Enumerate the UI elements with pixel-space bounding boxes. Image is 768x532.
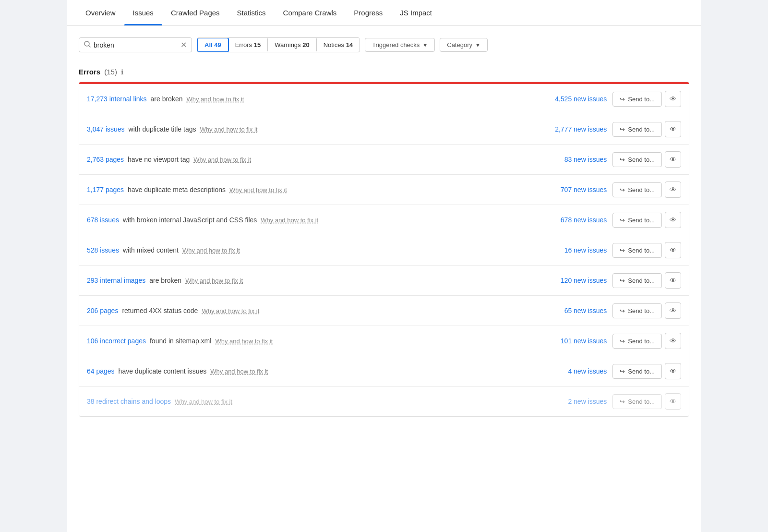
nav-item-crawled-pages[interactable]: Crawled Pages (162, 0, 228, 25)
send-label: Send to... (628, 126, 655, 133)
send-to-button[interactable]: ↪Send to... (612, 273, 662, 288)
eye-button[interactable]: 👁 (665, 212, 681, 228)
eye-icon: 👁 (670, 398, 676, 405)
issue-new-count: 65 new issues (530, 307, 607, 314)
issue-actions: ↪Send to...👁 (612, 333, 681, 349)
issue-fix-link[interactable]: Why and how to fix it (210, 368, 268, 375)
issue-actions: ↪Send to...👁 (612, 91, 681, 107)
issue-fix-link[interactable]: Why and how to fix it (229, 186, 287, 193)
filter-tab-warnings[interactable]: Warnings 20 (268, 38, 317, 51)
eye-button[interactable]: 👁 (665, 151, 681, 168)
issue-main: 1,177 pageshave duplicate meta descripti… (87, 186, 524, 193)
send-label: Send to... (628, 96, 655, 103)
clear-search-button[interactable]: ✕ (180, 41, 187, 49)
send-label: Send to... (628, 338, 655, 345)
issue-fix-link[interactable]: Why and how to fix it (175, 398, 232, 405)
svg-line-1 (89, 46, 90, 47)
eye-button[interactable]: 👁 (665, 363, 681, 379)
issue-row: 38 redirect chains and loopsWhy and how … (79, 387, 689, 416)
issue-link[interactable]: 1,177 pages (87, 186, 124, 193)
nav-item-js-impact[interactable]: JS Impact (391, 0, 441, 25)
issue-fix-link[interactable]: Why and how to fix it (186, 96, 244, 103)
send-icon: ↪ (620, 398, 625, 405)
issue-actions: ↪Send to...👁 (612, 242, 681, 258)
issue-main: 38 redirect chains and loopsWhy and how … (87, 398, 524, 405)
send-label: Send to... (628, 307, 655, 314)
eye-button[interactable]: 👁 (665, 393, 681, 410)
issue-actions: ↪Send to...👁 (612, 181, 681, 198)
issue-fix-link[interactable]: Why and how to fix it (182, 247, 240, 254)
issue-fix-link[interactable]: Why and how to fix it (215, 338, 273, 345)
send-icon: ↪ (620, 277, 625, 284)
send-to-button[interactable]: ↪Send to... (612, 122, 662, 137)
errors-title: Errors (15) (79, 68, 117, 76)
main-content: ✕ All 49Errors 15Warnings 20Notices 14 T… (67, 26, 701, 428)
send-label: Send to... (628, 277, 655, 284)
send-to-button[interactable]: ↪Send to... (612, 92, 662, 107)
issue-new-count: 101 new issues (530, 337, 607, 345)
issue-fix-link[interactable]: Why and how to fix it (185, 277, 243, 284)
send-to-button[interactable]: ↪Send to... (612, 334, 662, 349)
search-input[interactable] (94, 41, 178, 49)
issue-link[interactable]: 38 redirect chains and loops (87, 398, 171, 405)
info-icon[interactable]: ℹ (121, 68, 123, 76)
issue-link[interactable]: 206 pages (87, 307, 118, 314)
eye-button[interactable]: 👁 (665, 302, 681, 319)
issue-new-count: 707 new issues (530, 186, 607, 193)
send-to-button[interactable]: ↪Send to... (612, 394, 662, 409)
eye-button[interactable]: 👁 (665, 272, 681, 289)
eye-icon: 👁 (670, 95, 676, 103)
issue-new-count: 83 new issues (530, 156, 607, 163)
issue-link[interactable]: 678 issues (87, 216, 119, 224)
nav-item-issues[interactable]: Issues (124, 0, 162, 25)
issue-link[interactable]: 3,047 issues (87, 125, 125, 133)
send-to-button[interactable]: ↪Send to... (612, 303, 662, 318)
send-icon: ↪ (620, 96, 625, 103)
send-to-button[interactable]: ↪Send to... (612, 152, 662, 167)
issue-fix-link[interactable]: Why and how to fix it (200, 126, 257, 133)
filter-tab-errors[interactable]: Errors 15 (228, 38, 268, 51)
eye-icon: 👁 (670, 125, 676, 133)
issue-fix-link[interactable]: Why and how to fix it (202, 307, 259, 314)
send-to-button[interactable]: ↪Send to... (612, 364, 662, 379)
eye-button[interactable]: 👁 (665, 333, 681, 349)
issue-new-count: 2,777 new issues (530, 125, 607, 133)
issue-link[interactable]: 528 issues (87, 246, 119, 254)
issue-link[interactable]: 2,763 pages (87, 156, 124, 163)
send-to-button[interactable]: ↪Send to... (612, 213, 662, 228)
issue-fix-link[interactable]: Why and how to fix it (261, 217, 318, 224)
nav-item-progress[interactable]: Progress (345, 0, 391, 25)
nav-item-statistics[interactable]: Statistics (228, 0, 275, 25)
category-dropdown[interactable]: Category ▼ (440, 38, 488, 52)
chevron-down-icon: ▼ (475, 42, 480, 48)
send-to-button[interactable]: ↪Send to... (612, 182, 662, 197)
eye-button[interactable]: 👁 (665, 91, 681, 107)
nav-item-compare-crawls[interactable]: Compare Crawls (275, 0, 346, 25)
triggered-checks-dropdown[interactable]: Triggered checks ▼ (365, 38, 435, 52)
eye-button[interactable]: 👁 (665, 242, 681, 258)
eye-button[interactable]: 👁 (665, 181, 681, 198)
send-icon: ↪ (620, 126, 625, 133)
issue-actions: ↪Send to...👁 (612, 272, 681, 289)
issue-new-count: 4 new issues (530, 367, 607, 375)
issue-main: 64 pageshave duplicate content issuesWhy… (87, 367, 524, 375)
nav-item-overview[interactable]: Overview (77, 0, 124, 25)
issue-main: 3,047 issueswith duplicate title tagsWhy… (87, 125, 524, 133)
issue-new-count: 4,525 new issues (530, 95, 607, 103)
eye-button[interactable]: 👁 (665, 121, 681, 137)
issue-actions: ↪Send to...👁 (612, 212, 681, 228)
issue-link[interactable]: 106 incorrect pages (87, 337, 146, 345)
issue-new-count: 120 new issues (530, 277, 607, 284)
send-to-button[interactable]: ↪Send to... (612, 243, 662, 258)
issue-fix-link[interactable]: Why and how to fix it (193, 156, 251, 163)
send-icon: ↪ (620, 338, 625, 345)
filter-tab-all[interactable]: All 49 (197, 37, 229, 52)
issue-link[interactable]: 17,273 internal links (87, 95, 147, 103)
filter-tab-notices[interactable]: Notices 14 (317, 38, 360, 51)
issue-link[interactable]: 293 internal images (87, 277, 145, 284)
issue-link[interactable]: 64 pages (87, 367, 115, 375)
issue-new-count: 16 new issues (530, 246, 607, 254)
eye-icon: 👁 (670, 156, 676, 163)
send-icon: ↪ (620, 186, 625, 193)
send-label: Send to... (628, 186, 655, 193)
